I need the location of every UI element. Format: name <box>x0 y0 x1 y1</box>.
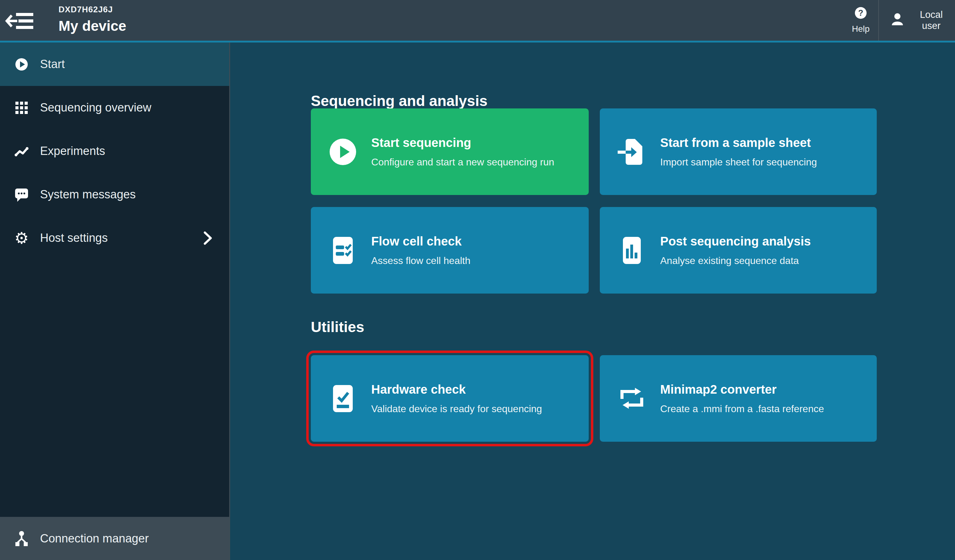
bar-chart-icon <box>618 236 646 264</box>
card-subtitle: Import sample sheet for sequencing <box>660 156 817 168</box>
card-subtitle: Configure and start a new sequencing run <box>371 156 554 168</box>
play-circle-icon <box>329 138 357 166</box>
sidebar: Start Sequencing overview Experiments <box>0 42 230 560</box>
sidebar-item-label: Sequencing overview <box>40 101 151 114</box>
card-subtitle: Assess flow cell health <box>371 255 470 266</box>
help-button[interactable]: ? Help <box>845 0 877 41</box>
user-button[interactable]: Local user <box>888 0 955 41</box>
grid-icon <box>14 102 29 114</box>
menu-collapse-icon <box>5 26 34 30</box>
trend-line-icon <box>14 145 29 157</box>
connection-network-icon <box>14 531 29 546</box>
hardware-check-card[interactable]: Hardware check Validate device is ready … <box>311 355 589 442</box>
sidebar-item-label: Experiments <box>40 144 105 158</box>
sidebar-item-label: Host settings <box>40 232 108 245</box>
main-content: Sequencing and analysis Start sequencing… <box>230 42 955 560</box>
sidebar-item-system-messages[interactable]: System messages <box>0 173 229 216</box>
user-icon <box>890 12 905 29</box>
user-label: Local user <box>910 9 953 31</box>
svg-text:?: ? <box>858 8 864 17</box>
start-sequencing-card[interactable]: Start sequencing Configure and start a n… <box>311 108 589 195</box>
sidebar-item-experiments[interactable]: Experiments <box>0 129 229 173</box>
card-subtitle: Validate device is ready for sequencing <box>371 403 542 415</box>
start-from-sample-sheet-card[interactable]: Start from a sample sheet Import sample … <box>600 108 877 195</box>
page-title: My device <box>58 17 126 34</box>
convert-arrows-icon <box>618 385 646 413</box>
card-title: Start from a sample sheet <box>660 136 817 150</box>
topbar-divider <box>878 0 879 41</box>
card-title: Minimap2 converter <box>660 383 824 396</box>
device-block: DXD7H62J6J My device <box>58 5 126 34</box>
minimap2-converter-card[interactable]: Minimap2 converter Create a .mmi from a … <box>600 355 877 442</box>
sidebar-item-host-settings[interactable]: ⚙ Host settings <box>0 216 229 260</box>
card-title: Start sequencing <box>371 136 554 150</box>
card-subtitle: Create a .mmi from a .fasta reference <box>660 403 824 415</box>
sidebar-item-label: Start <box>40 58 65 71</box>
section-heading-utilities: Utilities <box>311 319 364 335</box>
help-label: Help <box>852 24 870 34</box>
gear-icon: ⚙ <box>14 231 29 246</box>
hardware-check-icon <box>329 385 357 413</box>
top-bar: DXD7H62J6J My device ? Help Local user <box>0 0 955 42</box>
collapse-menu-button[interactable] <box>5 13 34 30</box>
section-heading-sequencing: Sequencing and analysis <box>311 92 488 109</box>
help-icon: ? <box>855 7 867 21</box>
sidebar-item-connection-manager[interactable]: Connection manager <box>0 517 229 560</box>
chat-bubble-icon <box>14 188 29 202</box>
flow-cell-check-card[interactable]: Flow cell check Assess flow cell health <box>311 207 589 294</box>
play-circle-icon <box>14 58 29 71</box>
sidebar-item-label: System messages <box>40 188 136 201</box>
sidebar-item-sequencing-overview[interactable]: Sequencing overview <box>0 86 229 129</box>
post-sequencing-analysis-card[interactable]: Post sequencing analysis Analyse existin… <box>600 207 877 294</box>
checklist-icon <box>329 236 357 264</box>
card-title: Hardware check <box>371 383 542 396</box>
device-id: DXD7H62J6J <box>58 5 126 14</box>
chevron-right-icon <box>204 231 213 245</box>
card-subtitle: Analyse existing sequence data <box>660 255 811 266</box>
sidebar-footer-label: Connection manager <box>40 532 149 545</box>
card-title: Flow cell check <box>371 235 470 248</box>
card-title: Post sequencing analysis <box>660 235 811 248</box>
sidebar-item-start[interactable]: Start <box>0 42 229 86</box>
document-import-icon <box>618 138 646 166</box>
app: { "topbar": { "device_id": "DXD7H62J6J",… <box>0 0 955 560</box>
